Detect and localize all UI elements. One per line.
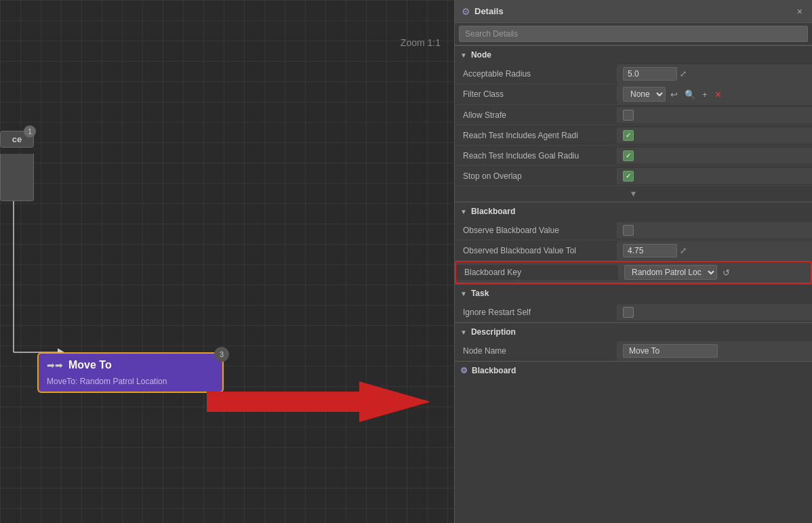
allow-strafe-value [617, 107, 812, 123]
node-section-label: Node [471, 50, 491, 60]
filter-class-label: Filter Class [455, 87, 617, 102]
observed-tol-expand[interactable]: ⤢ [680, 246, 687, 255]
blackboard-section-header: ▼ Blackboard [455, 202, 812, 220]
blackboard-key-value: Random Patrol Loc ↺ [619, 262, 811, 283]
observed-tol-input[interactable] [623, 244, 677, 257]
move-to-node[interactable]: 3 ➡➡ Move To MoveTo: Random Patrol Locat… [37, 352, 224, 393]
reach-test-agent-value: ✓ [617, 127, 812, 144]
node-badge: 3 [214, 347, 229, 362]
observed-blackboard-tol-label: Observed Blackboard Value Tol [455, 243, 617, 258]
reach-test-goal-value: ✓ [617, 148, 812, 164]
filter-back-icon[interactable]: ↩ [668, 89, 680, 100]
filter-add-icon[interactable]: + [700, 89, 710, 100]
description-section-triangle: ▼ [460, 329, 467, 336]
allow-strafe-checkbox[interactable] [623, 110, 634, 121]
filter-class-value: None ↩ 🔍 + ✕ [617, 84, 812, 104]
task-section-header: ▼ Task [455, 284, 812, 302]
filter-search-icon[interactable]: 🔍 [683, 89, 697, 100]
reach-test-goal-label: Reach Test Includes Goal Radiu [455, 148, 617, 163]
filter-class-row: Filter Class None ↩ 🔍 + ✕ [455, 84, 812, 105]
reach-test-goal-checkbox[interactable]: ✓ [623, 150, 634, 161]
acceptable-radius-label: Acceptable Radius [455, 66, 617, 81]
blackboard-section-label: Blackboard [471, 207, 515, 216]
zoom-label: Zoom 1:1 [401, 37, 441, 48]
big-red-arrow [207, 378, 430, 432]
filter-remove-icon[interactable]: ✕ [712, 89, 724, 100]
bottom-bb-icon: ⚙ [460, 366, 468, 375]
ignore-restart-value [617, 304, 812, 320]
description-section-label: Description [471, 327, 516, 337]
observe-blackboard-label: Observe Blackboard Value [455, 223, 617, 238]
acceptable-radius-value: ⤢ [617, 64, 812, 83]
panel-content: ▼ Node Acceptable Radius ⤢ Filter Class … [455, 45, 812, 523]
blackboard-section-triangle: ▼ [460, 208, 467, 215]
canvas-grid [0, 0, 454, 523]
observed-blackboard-tol-value: ⤢ [617, 241, 812, 260]
task-section-triangle: ▼ [460, 290, 467, 297]
node-name-row: Node Name [455, 341, 812, 361]
corner-node-badge: 1 [24, 125, 36, 138]
stop-on-overlap-value: ✓ [617, 168, 812, 184]
panel-title: Details [474, 6, 790, 16]
panel-close-button[interactable]: × [794, 5, 805, 18]
ignore-restart-label: Ignore Restart Self [455, 305, 617, 320]
blackboard-key-label: Blackboard Key [456, 265, 619, 280]
node-section-triangle: ▼ [460, 51, 467, 59]
observe-blackboard-checkbox[interactable] [623, 225, 634, 236]
observed-blackboard-tol-row: Observed Blackboard Value Tol ⤢ [455, 240, 812, 261]
stop-on-overlap-checkbox[interactable]: ✓ [623, 171, 634, 182]
acceptable-radius-row: Acceptable Radius ⤢ [455, 64, 812, 84]
allow-strafe-row: Allow Strafe [455, 105, 812, 125]
stop-on-overlap-label: Stop on Overlap [455, 169, 617, 184]
blackboard-key-row: Blackboard Key Random Patrol Loc ↺ [455, 261, 812, 284]
node-expand-arrow[interactable]: ▼ [455, 186, 812, 202]
node-name-label: Node Name [455, 343, 617, 358]
search-bar [455, 23, 812, 45]
task-section-label: Task [471, 289, 489, 298]
search-input[interactable] [459, 26, 808, 42]
panel-gear-icon: ⚙ [462, 6, 470, 17]
allow-strafe-label: Allow Strafe [455, 108, 617, 123]
stop-on-overlap-row: Stop on Overlap ✓ [455, 166, 812, 186]
reach-test-agent-row: Reach Test Includes Agent Radi ✓ [455, 125, 812, 146]
reach-test-goal-row: Reach Test Includes Goal Radiu ✓ [455, 146, 812, 166]
filter-class-icons: ↩ 🔍 + ✕ [668, 89, 724, 100]
description-section-header: ▼ Description [455, 322, 812, 341]
reach-test-agent-label: Reach Test Includes Agent Radi [455, 128, 617, 143]
ignore-restart-checkbox[interactable] [623, 307, 634, 318]
node-name-input[interactable] [623, 344, 718, 358]
node-subtitle: MoveTo: Random Patrol Location [39, 377, 222, 392]
ignore-restart-row: Ignore Restart Self [455, 302, 812, 322]
acceptable-radius-expand-icon[interactable]: ⤢ [680, 69, 687, 79]
panel-header: ⚙ Details × [455, 0, 812, 23]
reach-test-agent-checkbox[interactable]: ✓ [623, 130, 634, 141]
node-section-header: ▼ Node [455, 45, 812, 64]
corner-node-body [0, 154, 34, 201]
blackboard-key-reset-icon[interactable]: ↺ [723, 268, 730, 278]
filter-class-select[interactable]: None [623, 87, 666, 102]
canvas-area: Zoom 1:1 ce 1 3 ➡➡ Move To MoveTo: Rando… [0, 0, 454, 523]
observe-blackboard-row: Observe Blackboard Value [455, 220, 812, 240]
acceptable-radius-input[interactable] [623, 67, 677, 81]
node-title: Move To [68, 359, 112, 371]
node-name-value [617, 341, 812, 360]
bottom-blackboard-header: ⚙ Blackboard [455, 361, 812, 379]
observe-blackboard-value [617, 222, 812, 238]
blackboard-key-select[interactable]: Random Patrol Loc [624, 265, 717, 280]
details-panel: ⚙ Details × ▼ Node Acceptable Radius ⤢ F… [454, 0, 812, 523]
node-header: ➡➡ Move To [39, 354, 222, 377]
svg-marker-3 [207, 381, 430, 422]
node-icon: ➡➡ [47, 360, 63, 371]
bottom-bb-label: Blackboard [472, 366, 516, 375]
